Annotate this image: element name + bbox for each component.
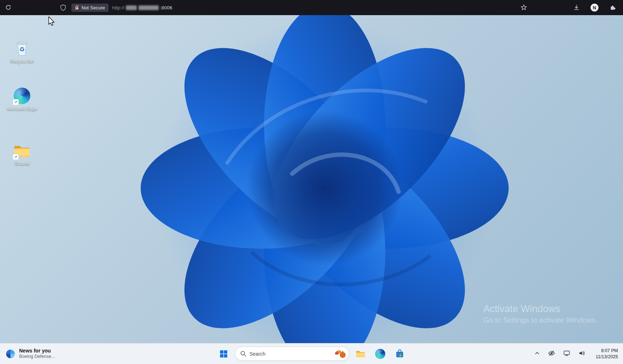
- url-redacted-host: [126, 5, 159, 10]
- speaker-icon: [578, 350, 585, 357]
- desktop-icon-label: Shared: [15, 161, 29, 167]
- eye-slash-icon: [548, 350, 555, 357]
- clock-time: 8:07 PM: [601, 348, 618, 354]
- desktop-icon-microsoft-edge[interactable]: ↗ Microsoft Edge: [4, 87, 40, 112]
- tray-volume-button[interactable]: [578, 350, 585, 358]
- search-placeholder: Search: [250, 351, 330, 357]
- widgets-icon: [5, 349, 16, 359]
- star-icon: [521, 4, 527, 11]
- puzzle-icon: [609, 4, 616, 11]
- account-avatar: N: [591, 4, 598, 12]
- desktop-icon-recycle-bin[interactable]: ♻ Recycle Bin: [4, 40, 40, 64]
- clock-date: 11/13/2025: [596, 354, 618, 360]
- account-button[interactable]: N: [589, 2, 600, 13]
- desktop-icon-shared-folder[interactable]: ↗ Shared: [4, 142, 40, 167]
- tray-display-button[interactable]: [563, 350, 570, 358]
- recycle-bin-icon: ♻: [14, 40, 30, 57]
- download-icon: [573, 4, 580, 11]
- toolbar-right-cluster: N: [518, 2, 623, 13]
- shortcut-arrow-overlay: ↗: [13, 154, 19, 160]
- security-chip-label: Not Secure: [82, 5, 105, 10]
- windows-taskbar: News for you Boeing Defense... Search: [0, 343, 623, 364]
- monitor-icon: [563, 350, 570, 357]
- reload-button[interactable]: [3, 2, 14, 13]
- url-port: :8006: [160, 5, 172, 10]
- reload-icon: [5, 4, 12, 11]
- shortcut-arrow-overlay: ↗: [13, 99, 19, 105]
- browser-toolbar: Not Secure http:// :8006: [0, 0, 623, 15]
- taskbar-clock[interactable]: 8:07 PM 11/13/2025: [596, 348, 618, 360]
- broken-lock-icon: [74, 5, 79, 10]
- widgets-button[interactable]: News for you Boeing Defense...: [0, 343, 60, 364]
- svg-text:♻: ♻: [19, 46, 25, 53]
- windows-logo-icon: [219, 350, 228, 358]
- tray-chevron-button[interactable]: [534, 350, 540, 358]
- url-scheme: http://: [112, 5, 124, 10]
- screen: Not Secure http:// :8006: [0, 0, 623, 364]
- taskbar-search-box[interactable]: Search: [235, 347, 349, 361]
- redacted-block: [126, 5, 137, 10]
- remote-desktop-viewport[interactable]: ♻ Recycle Bin ↗ Microsoft Edge ↗ Shared: [0, 15, 623, 343]
- taskbar-system-tray: 8:07 PM 11/13/2025: [534, 343, 623, 364]
- security-chip[interactable]: Not Secure: [71, 4, 109, 12]
- desktop-icon-label: Microsoft Edge: [7, 106, 37, 112]
- widget-headline-subtitle: Boeing Defense...: [19, 354, 55, 360]
- chevron-up-icon: [534, 350, 540, 356]
- tray-privacy-button[interactable]: [548, 350, 555, 358]
- file-explorer-button[interactable]: [353, 346, 369, 362]
- url-display[interactable]: http:// :8006: [112, 5, 172, 10]
- taskbar-center-group: Search: [216, 343, 408, 364]
- edge-icon: [375, 349, 385, 359]
- search-icon: [240, 351, 246, 357]
- shield-icon: [60, 4, 66, 11]
- microsoft-store-button[interactable]: [392, 346, 408, 362]
- edge-taskbar-button[interactable]: [372, 346, 388, 362]
- microsoft-store-icon: [395, 349, 404, 359]
- extensions-button[interactable]: [607, 2, 618, 13]
- bookmark-button[interactable]: [518, 2, 529, 13]
- desktop-icon-label: Recycle Bin: [10, 59, 34, 64]
- file-explorer-icon: [356, 350, 365, 358]
- seasonal-autumn-icon: [334, 349, 347, 359]
- wallpaper-bloom: [0, 15, 623, 343]
- redacted-block: [139, 5, 159, 10]
- widget-headline-title: News for you: [19, 348, 55, 354]
- mouse-cursor: [48, 17, 56, 26]
- tracking-shield-icon[interactable]: [58, 2, 69, 13]
- downloads-button[interactable]: [571, 2, 582, 13]
- start-button[interactable]: [216, 346, 232, 362]
